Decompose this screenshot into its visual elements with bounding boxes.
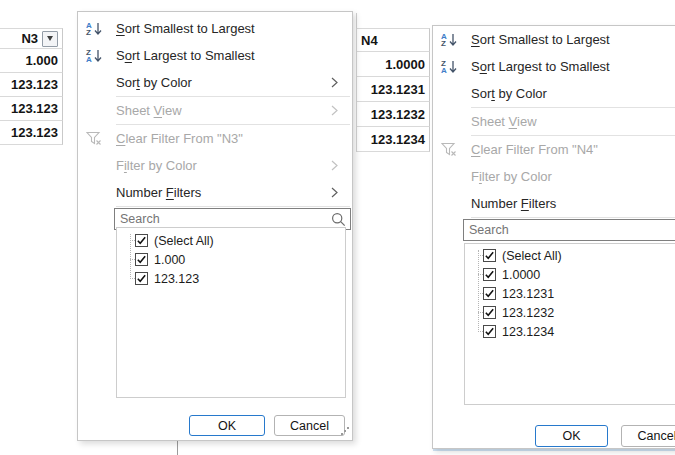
filter-value-123-1232[interactable]: 123.1232 xyxy=(465,303,675,322)
filter-value-1-0000[interactable]: 1.0000 xyxy=(465,265,675,284)
clear-filter-icon xyxy=(441,142,471,157)
search-icon[interactable] xyxy=(331,212,346,227)
sort-az-icon: AZ xyxy=(441,33,471,47)
ok-button[interactable]: OK xyxy=(535,425,608,447)
menu-item-label: Filter by Color xyxy=(471,169,675,184)
gridline-segment xyxy=(177,441,178,455)
tree-connector-line xyxy=(130,234,131,279)
menu-item-label: Sort Smallest to Largest xyxy=(116,21,331,36)
cell-value: 123.1234 xyxy=(371,132,425,147)
menu-separator xyxy=(471,217,675,218)
sort-za-icon: ZA xyxy=(441,60,471,74)
filter-value-label: (Select All) xyxy=(154,234,214,248)
menu-item-sort-by-color[interactable]: Sort by Color xyxy=(433,80,675,107)
spreadsheet-cell[interactable]: 123.1231 xyxy=(357,77,430,102)
spreadsheet-cell[interactable]: 123.1232 xyxy=(357,102,430,127)
filter-dropdown-button[interactable] xyxy=(42,31,58,47)
checkbox-checked-icon[interactable] xyxy=(483,325,496,338)
checkbox-checked-icon[interactable] xyxy=(483,268,496,281)
menu-item-sheet-view: Sheet View xyxy=(78,97,352,124)
filter-value-select-all[interactable]: (Select All) xyxy=(465,246,675,265)
menu-item-list: AZ Sort Smallest to Largest ZA Sort Larg… xyxy=(78,12,352,207)
column-header-n4[interactable]: N4 xyxy=(357,28,430,52)
menu-item-filter-by-color: Filter by Color xyxy=(78,152,352,179)
gridline-segment xyxy=(356,13,357,28)
cancel-button[interactable]: Cancel xyxy=(621,425,675,447)
checkbox-checked-icon[interactable] xyxy=(483,287,496,300)
tree-connector-line xyxy=(478,250,479,332)
submenu-chevron-icon xyxy=(331,187,343,198)
checkbox-checked-icon[interactable] xyxy=(483,249,496,262)
autofilter-menu-n3: AZ Sort Smallest to Largest ZA Sort Larg… xyxy=(77,11,353,441)
menu-item-label: Clear Filter From "N4" xyxy=(471,142,675,157)
spreadsheet-cell[interactable]: 123.1234 xyxy=(357,127,430,152)
filter-value-label: 1.0000 xyxy=(502,268,540,282)
menu-item-sort-largest-to-smallest[interactable]: ZA Sort Largest to Smallest xyxy=(433,53,675,80)
search-box[interactable] xyxy=(463,219,675,241)
menu-item-number-filters[interactable]: Number Filters xyxy=(78,179,352,206)
search-input[interactable] xyxy=(115,209,331,229)
spreadsheet-column-n4: N4 1.0000 123.1231 123.1232 123.1234 xyxy=(356,28,430,152)
sheet-selection-line xyxy=(433,449,675,451)
menu-item-label: Sheet View xyxy=(471,114,675,129)
menu-item-label: Sort by Color xyxy=(116,75,331,90)
menu-item-sort-smallest-to-largest[interactable]: AZ Sort Smallest to Largest xyxy=(433,26,675,53)
cell-value: 123.123 xyxy=(11,101,58,116)
ok-button[interactable]: OK xyxy=(189,415,265,436)
filter-value-label: 123.123 xyxy=(154,272,199,286)
spreadsheet-cell[interactable]: 123.123 xyxy=(0,97,63,121)
column-header-n3[interactable]: N3 xyxy=(0,28,63,49)
filter-value-select-all[interactable]: (Select All) xyxy=(117,231,345,250)
menu-item-label: Sort Largest to Smallest xyxy=(471,59,675,74)
menu-item-sort-smallest-to-largest[interactable]: AZ Sort Smallest to Largest xyxy=(78,15,352,42)
sort-za-icon: ZA xyxy=(86,49,116,63)
spreadsheet-cell[interactable]: 123.123 xyxy=(0,121,63,145)
checkbox-checked-icon[interactable] xyxy=(483,306,496,319)
search-input[interactable] xyxy=(464,220,675,240)
checkbox-checked-icon[interactable] xyxy=(135,234,148,247)
menu-item-label: Sort Largest to Smallest xyxy=(116,48,331,63)
filter-value-list: (Select All) 1.000 123.123 xyxy=(116,227,346,398)
submenu-chevron-icon xyxy=(331,105,343,116)
menu-item-filter-by-color: Filter by Color xyxy=(433,163,675,190)
column-header-label: N4 xyxy=(361,33,378,48)
menu-item-sort-by-color[interactable]: Sort by Color xyxy=(78,69,352,96)
spreadsheet-cell[interactable]: 1.000 xyxy=(0,49,63,73)
cell-value: 123.1232 xyxy=(371,107,425,122)
column-header-label: N3 xyxy=(21,31,38,46)
submenu-chevron-icon xyxy=(331,160,343,171)
sort-az-icon: AZ xyxy=(86,22,116,36)
menu-item-clear-filter-from-n3: Clear Filter From "N3" xyxy=(78,125,352,152)
menu-separator xyxy=(116,206,350,207)
menu-item-label: Sort Smallest to Largest xyxy=(471,32,675,47)
menu-item-label: Sort by Color xyxy=(471,86,675,101)
spreadsheet-cell[interactable]: 123.123 xyxy=(0,73,63,97)
checkbox-checked-icon[interactable] xyxy=(135,253,148,266)
filter-value-label: 1.000 xyxy=(154,253,185,267)
filter-value-label: 123.1232 xyxy=(502,306,554,320)
submenu-chevron-icon xyxy=(331,77,343,88)
filter-value-label: 123.1234 xyxy=(502,325,554,339)
menu-item-sort-largest-to-smallest[interactable]: ZA Sort Largest to Smallest xyxy=(78,42,352,69)
menu-item-label: Filter by Color xyxy=(116,158,331,173)
cell-value: 1.0000 xyxy=(385,57,425,72)
filter-value-1-000[interactable]: 1.000 xyxy=(117,250,345,269)
resize-grip[interactable] xyxy=(340,427,349,436)
checkbox-checked-icon[interactable] xyxy=(135,272,148,285)
menu-item-label: Number Filters xyxy=(471,196,675,211)
dropdown-arrow-icon xyxy=(47,36,53,41)
filter-value-label: 123.1231 xyxy=(502,287,554,301)
spreadsheet-column-n3: N3 1.000 123.123 123.123 123.123 xyxy=(0,28,63,145)
menu-item-label: Number Filters xyxy=(116,185,331,200)
menu-item-number-filters[interactable]: Number Filters xyxy=(433,190,675,217)
menu-item-label: Sheet View xyxy=(116,103,331,118)
autofilter-menu-n4: AZ Sort Smallest to Largest ZA Sort Larg… xyxy=(432,25,675,449)
filter-value-123-1231[interactable]: 123.1231 xyxy=(465,284,675,303)
filter-value-123-123[interactable]: 123.123 xyxy=(117,269,345,288)
menu-item-list: AZ Sort Smallest to Largest ZA Sort Larg… xyxy=(433,26,675,218)
spreadsheet-cell[interactable]: 1.0000 xyxy=(357,52,430,77)
filter-value-123-1234[interactable]: 123.1234 xyxy=(465,322,675,341)
menu-item-sheet-view: Sheet View xyxy=(433,108,675,135)
cell-value: 123.123 xyxy=(11,125,58,140)
cancel-button[interactable]: Cancel xyxy=(274,415,345,436)
